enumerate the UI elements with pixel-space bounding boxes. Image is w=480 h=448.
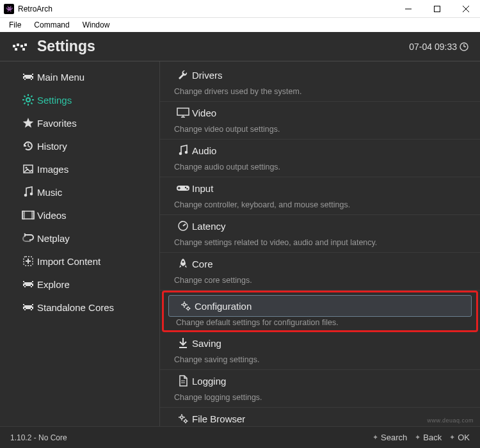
sidebar-item-main-menu[interactable]: Main Menu — [0, 65, 159, 88]
svg-rect-6 — [20, 45, 23, 47]
setting-label: Saving — [192, 338, 221, 349]
sidebar-item-music[interactable]: Music — [0, 180, 159, 204]
svg-point-79 — [182, 261, 184, 263]
app-icon: 👾 — [4, 4, 14, 14]
svg-rect-61 — [23, 308, 24, 309]
plus-icon — [19, 255, 37, 267]
clock: 07-04 09:33 — [409, 42, 468, 52]
svg-point-70 — [185, 151, 188, 154]
svg-rect-4 — [13, 45, 15, 47]
sidebar-item-standalone-cores[interactable]: Standalone Cores — [0, 296, 159, 319]
window-title: RetroArch — [18, 4, 394, 13]
svg-rect-56 — [31, 286, 32, 287]
dpad-icon: ✦ — [415, 433, 420, 442]
sidebar-item-label: Favorites — [37, 118, 77, 129]
svg-rect-62 — [26, 308, 31, 309]
setting-saving[interactable]: SavingChange saving settings. — [160, 332, 480, 370]
setting-label: Core — [192, 259, 213, 269]
sidebar-item-history[interactable]: History — [0, 134, 159, 157]
clock-text: 07-04 09:33 — [409, 42, 457, 52]
setting-label: Video — [192, 108, 216, 118]
setting-row-head: Drivers — [166, 64, 474, 86]
setting-label: Audio — [192, 145, 216, 156]
minimize-button[interactable] — [394, 0, 422, 18]
file-icon — [174, 375, 192, 387]
setting-label: Logging — [192, 376, 226, 387]
svg-rect-16 — [23, 76, 33, 77]
setting-logging[interactable]: LoggingChange logging settings. — [160, 370, 480, 408]
svg-rect-73 — [178, 188, 180, 189]
setting-drivers[interactable]: DriversChange drivers used by the system… — [160, 64, 480, 102]
setting-row-head: Saving — [166, 332, 474, 354]
menu-window[interactable]: Window — [76, 20, 116, 29]
sidebar-item-label: Netplay — [37, 233, 70, 244]
setting-row-head: Core — [166, 253, 474, 275]
sidebar-item-label: Main Menu — [37, 72, 84, 83]
sidebar-item-explore[interactable]: Explore — [0, 273, 159, 296]
svg-rect-5 — [17, 44, 19, 46]
svg-rect-59 — [24, 305, 32, 307]
hint-label: Back — [423, 433, 442, 442]
watermark: www.deuaq.com — [427, 417, 474, 424]
maximize-button[interactable] — [422, 0, 451, 18]
sidebar: Main MenuSettingsFavoritesHistoryImagesM… — [0, 61, 160, 426]
cogs-icon — [177, 300, 195, 312]
svg-point-22 — [26, 98, 30, 102]
svg-rect-1 — [434, 6, 440, 12]
sidebar-item-favorites[interactable]: Favorites — [0, 111, 159, 134]
svg-rect-64 — [24, 309, 26, 310]
hint-back[interactable]: ✦Back — [415, 433, 442, 442]
invader-icon — [19, 72, 37, 81]
svg-point-85 — [187, 307, 189, 310]
setting-label: Configuration — [195, 301, 252, 312]
svg-rect-66 — [177, 108, 189, 115]
svg-point-74 — [185, 187, 186, 188]
setting-desc: Change video output settings. — [166, 124, 474, 134]
sidebar-item-label: Settings — [37, 95, 72, 106]
sidebar-item-label: Explore — [37, 279, 70, 290]
setting-core[interactable]: CoreChange core settings. — [160, 253, 480, 291]
svg-rect-18 — [26, 77, 31, 79]
menu-command[interactable]: Command — [28, 20, 76, 29]
hint-search[interactable]: ✦Search — [372, 433, 407, 442]
setting-configuration[interactable]: ConfigurationChange default settings for… — [162, 291, 478, 332]
setting-video[interactable]: VideoChange video output settings. — [160, 102, 480, 140]
history-icon — [19, 140, 37, 152]
svg-rect-21 — [31, 79, 32, 80]
setting-row-head: Logging — [166, 370, 474, 392]
cogs-icon — [174, 413, 192, 424]
menu-file[interactable]: File — [3, 20, 28, 29]
sidebar-item-images[interactable]: Images — [0, 157, 159, 180]
hint-label: OK — [458, 433, 470, 442]
hint-label: Search — [381, 433, 407, 442]
footer: 1.10.2 - No Core ✦Search ✦Back ✦OK — [0, 426, 480, 448]
svg-line-27 — [24, 96, 26, 97]
svg-point-33 — [26, 167, 28, 169]
setting-latency[interactable]: LatencyChange settings related to video,… — [160, 215, 480, 253]
svg-line-28 — [31, 102, 32, 104]
setting-row-head: Input — [166, 177, 474, 199]
sidebar-item-label: Images — [37, 164, 68, 175]
window-controls — [394, 0, 480, 18]
svg-point-34 — [24, 194, 28, 197]
svg-rect-13 — [23, 74, 24, 75]
close-button[interactable] — [451, 0, 480, 18]
setting-input[interactable]: InputChange controller, keyboard, and mo… — [160, 177, 480, 215]
svg-rect-63 — [32, 308, 33, 309]
sidebar-item-import-content[interactable]: Import Content — [0, 250, 159, 273]
svg-point-75 — [186, 188, 188, 189]
hint-ok[interactable]: ✦OK — [449, 433, 470, 442]
sidebar-item-settings[interactable]: Settings — [0, 88, 159, 111]
status-text: 1.10.2 - No Core — [10, 433, 365, 442]
clock-icon — [460, 42, 468, 51]
sidebar-item-netplay[interactable]: Netplay — [0, 227, 159, 250]
setting-row-head: Video — [166, 102, 474, 124]
setting-audio[interactable]: AudioChange audio output settings. — [160, 140, 480, 177]
svg-point-80 — [183, 303, 186, 306]
sidebar-item-videos[interactable]: Videos — [0, 204, 159, 227]
svg-rect-65 — [31, 309, 32, 310]
setting-row-head: Configuration — [168, 295, 472, 317]
music-icon — [174, 145, 192, 156]
setting-label: Drivers — [192, 70, 223, 81]
svg-point-35 — [30, 193, 33, 196]
